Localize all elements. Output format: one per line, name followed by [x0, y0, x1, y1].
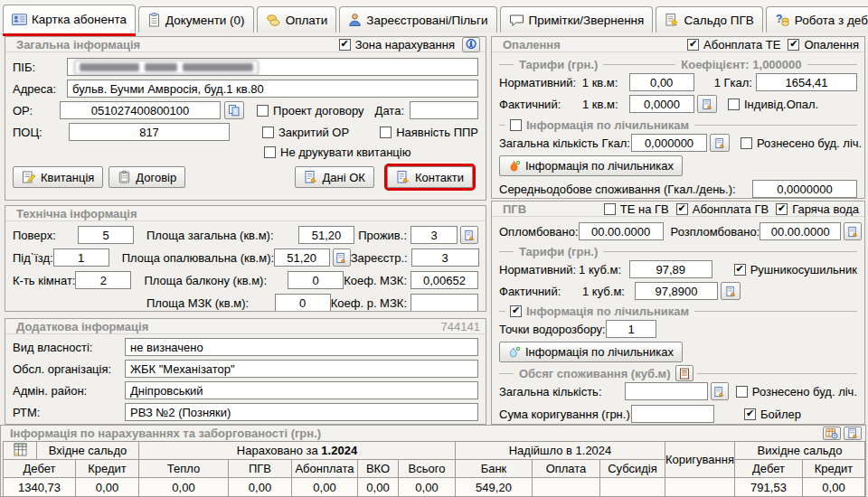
poc-field[interactable]: 817 — [69, 123, 230, 141]
pgv-actual-label: Фактичний: — [499, 285, 582, 298]
tab-bar: Картка абонента Документи (0) Оплати Зар… — [0, 0, 868, 33]
avg-consumption-field[interactable]: 0,0000000 — [752, 180, 857, 198]
address-label: Адреса: — [13, 82, 67, 96]
unsealed-label: Розпломбовано: — [671, 225, 760, 239]
cbm-unit-label: 1 куб.м: — [579, 263, 627, 277]
tab-notes-appeals[interactable]: Примітки/Звернення — [500, 6, 654, 33]
closed-or-checkbox[interactable] — [262, 127, 274, 138]
pgv-counters-info-button[interactable]: Інформація по лічильниках — [499, 342, 683, 362]
balance-history-button[interactable] — [823, 427, 841, 440]
col-header-vko: ВКО — [358, 460, 399, 478]
mzk-area-field[interactable]: 0 — [275, 294, 331, 312]
spread-building-counters-checkbox[interactable] — [741, 137, 752, 149]
pgv-total-field[interactable] — [625, 382, 708, 400]
heating-checkbox[interactable] — [788, 39, 799, 51]
actual-sqm-field[interactable]: 0,0000 — [629, 95, 694, 113]
pgv-spread-checkbox[interactable] — [736, 386, 748, 398]
admin-district-field[interactable]: Дніпровський — [125, 381, 478, 399]
towel-dryer-checkbox[interactable] — [734, 264, 746, 276]
zone-checkbox[interactable] — [339, 39, 351, 51]
normative-cbm-field[interactable]: 97,89 — [629, 260, 712, 278]
heated-area-edit-button[interactable] — [333, 248, 351, 267]
contacts-button-label: Контакти — [415, 171, 464, 184]
sqm-unit-label: 1 кв.м: — [582, 98, 627, 111]
pgv-total-edit-button[interactable] — [711, 382, 729, 400]
hot-water-checkbox[interactable] — [776, 203, 788, 215]
tab-saldo-pgv[interactable]: Сальдо ПГВ — [656, 6, 762, 33]
actual-tariff-edit-button[interactable] — [697, 95, 717, 113]
ppr-checkbox[interactable] — [380, 127, 392, 138]
residents-field[interactable]: 3 — [410, 226, 458, 244]
copy-or-button[interactable] — [224, 101, 244, 119]
tab-debtors-work[interactable]: ? Робота з дебіторами — [766, 6, 868, 33]
gkal-tariff-field[interactable]: 1654,41 — [756, 73, 857, 91]
correction-sum-label: Сума коригування (грн.): — [499, 408, 631, 421]
tab-documents[interactable]: Документи (0) — [138, 6, 254, 33]
mzk-coef-field[interactable]: 0,00652 — [410, 271, 478, 289]
date-field[interactable] — [410, 101, 478, 119]
service-org-field[interactable]: ЖБК "Механізатор" — [125, 360, 478, 378]
tab-payments[interactable]: Оплати — [257, 6, 337, 33]
value-abonplata: 0,00 — [292, 478, 358, 497]
balance-header-row: Дебет Кредит Тепло ПГВ Абонплата ВКО Всь… — [4, 460, 865, 478]
balance-table-icon-cell[interactable] — [4, 442, 37, 460]
registered-field[interactable]: 3 — [411, 248, 479, 267]
project-contract-checkbox[interactable] — [257, 105, 269, 117]
col-header-abonplata: Абонплата — [292, 460, 358, 478]
contract-icon — [118, 170, 131, 184]
info-button[interactable]: 🛈 — [462, 37, 480, 52]
actual-cbm-field[interactable]: 97,8900 — [635, 282, 718, 300]
group-incoming-balance: Вхідне сальдо — [37, 442, 139, 460]
indiv-heating-checkbox[interactable] — [728, 98, 740, 110]
residents-edit-button[interactable] — [460, 226, 478, 244]
rtm-field[interactable]: РВЗ №2 (Позняки) — [125, 403, 478, 421]
balance-report-button[interactable] — [844, 427, 862, 440]
value-payment — [533, 478, 600, 497]
te-gv-checkbox[interactable] — [604, 203, 616, 215]
ownership-field[interactable]: не визначено — [125, 338, 478, 356]
value-pgv: 0,00 — [229, 478, 292, 497]
sealed-field[interactable]: 00.00.0000 — [579, 222, 664, 240]
tab-label: Сальдо ПГВ — [684, 14, 753, 27]
actual-cbm-edit-button[interactable] — [721, 282, 741, 300]
value-subsidy — [600, 478, 665, 497]
contacts-button[interactable]: Контакти — [387, 166, 473, 188]
heating-counters-checkbox[interactable] — [510, 119, 522, 131]
rooms-field[interactable]: 2 — [75, 271, 131, 289]
ok-data-button[interactable]: Дані ОК — [295, 166, 374, 188]
mzk-r-coef-field[interactable] — [410, 294, 478, 312]
heating-counters-info-button[interactable]: Інформація по лічильниках — [499, 155, 683, 176]
tariffs-group-label: Тарифи (грн.) — [519, 58, 598, 71]
entrance-field[interactable]: 1 — [53, 248, 109, 267]
sealed-edit-button[interactable] — [844, 222, 862, 240]
address-field[interactable]: бульв. Бучми Амвросія, буд.1 кв.80 — [67, 80, 478, 98]
boiler-checkbox[interactable] — [744, 408, 756, 420]
no-receipt-checkbox[interactable] — [264, 146, 276, 158]
balcony-field[interactable]: 0 — [288, 271, 344, 289]
tab-registered-benefits[interactable]: Зареєстровані/Пільги — [339, 6, 496, 33]
contract-button[interactable]: Договір — [108, 166, 185, 188]
edit-report-icon — [335, 252, 347, 264]
edit-report-icon — [847, 226, 859, 238]
correction-sum-field[interactable] — [631, 405, 714, 423]
or-field[interactable]: 051027400800100 — [60, 101, 221, 119]
mzk-coef-label: Коеф. МЗК: — [344, 274, 407, 287]
receipt-button[interactable]: Квитанція — [13, 166, 103, 188]
pgv-counters-checkbox[interactable] — [510, 305, 522, 317]
water-points-field[interactable]: 1 — [606, 320, 656, 338]
pib-field[interactable] — [67, 58, 478, 76]
normative-sqm-field[interactable]: 0,00 — [629, 73, 694, 91]
heated-area-field[interactable]: 51,20 — [274, 248, 330, 267]
total-gkal-edit-button[interactable] — [710, 134, 730, 152]
floor-field[interactable]: 5 — [78, 226, 134, 244]
abonplata-te-checkbox[interactable] — [687, 39, 699, 51]
tab-abonent-card[interactable]: Картка абонента — [3, 5, 136, 33]
total-area-field[interactable]: 51,20 — [298, 226, 354, 244]
heating-checkbox-label: Опалення — [804, 38, 859, 52]
value-heat: 0,00 — [139, 478, 229, 497]
service-org-label: Обсл. організація: — [13, 362, 125, 376]
unsealed-field[interactable]: 00.00.0000 — [760, 222, 841, 240]
total-gkal-field[interactable]: 0,000000 — [631, 134, 707, 152]
consumption-notepad-button[interactable] — [675, 365, 693, 381]
abonplata-gv-checkbox[interactable] — [676, 203, 688, 215]
